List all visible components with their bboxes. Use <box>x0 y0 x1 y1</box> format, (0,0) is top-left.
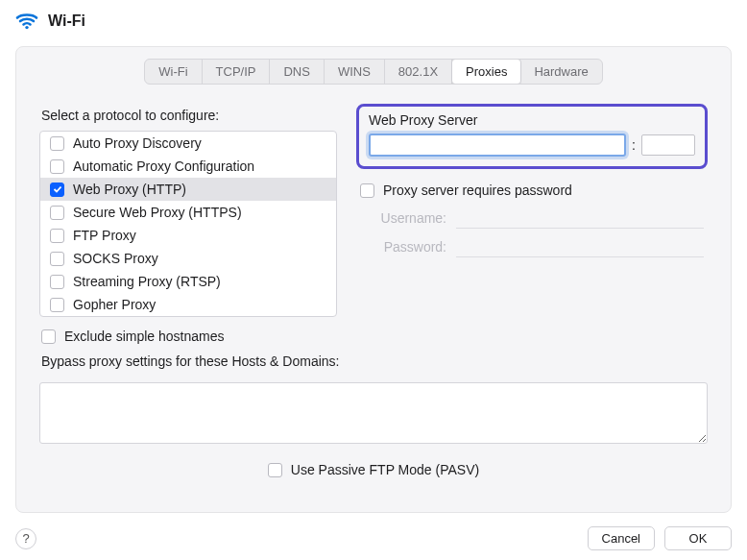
web-proxy-server-highlight: Web Proxy Server : <box>356 104 708 169</box>
svg-point-0 <box>25 26 28 29</box>
window-title-row: Wi-Fi <box>0 0 747 40</box>
protocol-list: Auto Proxy Discovery Automatic Proxy Con… <box>39 131 337 317</box>
username-input[interactable] <box>456 207 704 229</box>
checkbox-checked[interactable] <box>50 183 64 197</box>
tab-wifi[interactable]: Wi-Fi <box>145 60 202 84</box>
username-label: Username: <box>360 210 446 226</box>
exclude-simple-hostnames-row[interactable]: Exclude simple hostnames <box>39 317 337 348</box>
checkbox[interactable] <box>50 136 64 151</box>
ok-button[interactable]: OK <box>664 526 732 550</box>
protocol-item-streaming-proxy[interactable]: Streaming Proxy (RTSP) <box>40 270 336 293</box>
window-title: Wi-Fi <box>48 12 85 30</box>
bypass-section: Bypass proxy settings for these Hosts & … <box>30 353 717 447</box>
protocol-item-label: Gopher Proxy <box>73 297 156 312</box>
footer: ? Cancel OK <box>15 526 732 550</box>
checkbox[interactable] <box>50 159 64 174</box>
protocol-item-label: Automatic Proxy Configuration <box>73 158 254 174</box>
protocol-item-gopher-proxy[interactable]: Gopher Proxy <box>40 293 336 316</box>
bypass-textarea[interactable] <box>39 382 708 444</box>
passive-ftp-row[interactable]: Use Passive FTP Mode (PASV) <box>30 462 717 477</box>
wifi-icon <box>15 10 38 33</box>
checkbox[interactable] <box>41 329 56 344</box>
passive-ftp-label: Use Passive FTP Mode (PASV) <box>291 462 479 477</box>
tab-wins[interactable]: WINS <box>325 60 385 84</box>
protocol-item-label: Auto Proxy Discovery <box>73 135 202 151</box>
cancel-button[interactable]: Cancel <box>588 526 655 550</box>
proxy-server-input[interactable] <box>369 134 626 157</box>
requires-password-label: Proxy server requires password <box>383 183 572 198</box>
protocol-column: Select a protocol to configure: Auto Pro… <box>39 104 337 348</box>
password-label: Password: <box>360 239 446 255</box>
requires-password-row[interactable]: Proxy server requires password <box>360 183 704 198</box>
checkbox[interactable] <box>50 229 64 243</box>
protocol-item-label: Streaming Proxy (RTSP) <box>73 274 221 289</box>
protocol-label: Select a protocol to configure: <box>41 108 335 123</box>
tab-proxies[interactable]: Proxies <box>451 59 521 85</box>
checkbox[interactable] <box>360 183 374 198</box>
settings-panel: Wi-Fi TCP/IP DNS WINS 802.1X Proxies Har… <box>15 46 732 513</box>
checkbox[interactable] <box>50 252 64 266</box>
protocol-item-label: Web Proxy (HTTP) <box>73 182 186 197</box>
tab-8021x[interactable]: 802.1X <box>385 60 452 84</box>
protocol-item-auto-discovery[interactable]: Auto Proxy Discovery <box>40 132 336 155</box>
tab-dns[interactable]: DNS <box>270 60 324 84</box>
protocol-item-label: Secure Web Proxy (HTTPS) <box>73 205 242 220</box>
tab-hardware[interactable]: Hardware <box>520 60 601 84</box>
protocol-item-auto-config[interactable]: Automatic Proxy Configuration <box>40 155 336 178</box>
protocol-item-secure-web-proxy[interactable]: Secure Web Proxy (HTTPS) <box>40 201 336 224</box>
help-button[interactable]: ? <box>15 528 36 549</box>
protocol-item-web-proxy[interactable]: Web Proxy (HTTP) <box>40 178 336 201</box>
checkbox[interactable] <box>50 275 64 289</box>
protocol-item-label: SOCKS Proxy <box>73 251 158 266</box>
protocol-item-label: FTP Proxy <box>73 228 136 243</box>
password-input[interactable] <box>456 236 704 257</box>
detail-column: Web Proxy Server : Proxy server requires… <box>356 104 708 348</box>
tab-bar: Wi-Fi TCP/IP DNS WINS 802.1X Proxies Har… <box>144 59 603 85</box>
protocol-item-socks-proxy[interactable]: SOCKS Proxy <box>40 247 336 270</box>
password-row: Password: <box>360 236 704 257</box>
port-separator: : <box>632 137 636 153</box>
tab-tcpip[interactable]: TCP/IP <box>203 60 271 84</box>
checkbox[interactable] <box>50 298 64 312</box>
web-proxy-server-label: Web Proxy Server <box>369 112 695 128</box>
checkbox[interactable] <box>268 463 282 477</box>
proxy-port-input[interactable] <box>641 134 695 156</box>
bypass-label: Bypass proxy settings for these Hosts & … <box>41 353 706 369</box>
username-row: Username: <box>360 207 704 229</box>
exclude-label: Exclude simple hostnames <box>64 329 225 344</box>
checkbox[interactable] <box>50 206 64 220</box>
protocol-item-ftp-proxy[interactable]: FTP Proxy <box>40 224 336 247</box>
